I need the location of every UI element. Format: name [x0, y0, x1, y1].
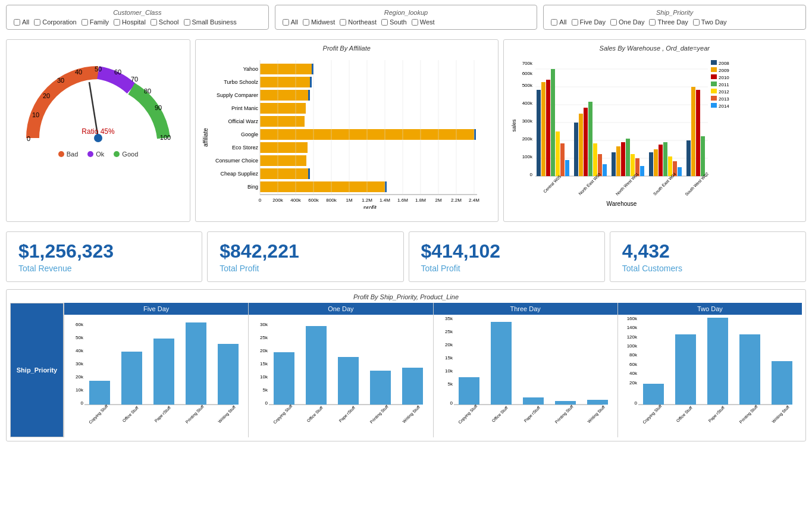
svg-rect-164	[370, 371, 391, 405]
svg-text:20: 20	[43, 92, 50, 99]
customer-class-title: Customer_Class	[14, 9, 261, 16]
three-day-col: Three Day 35k 25k 20k 15k 10k 5k 0	[433, 303, 617, 437]
good-dot	[114, 151, 120, 157]
profit-by-affiliate-chart: Profit By Affiliate affiliate Yahoo Turb…	[195, 39, 499, 222]
svg-rect-165	[402, 368, 423, 405]
svg-text:Office Stuff: Office Stuff	[675, 406, 692, 423]
filter-item-all[interactable]: All	[283, 18, 298, 26]
legend-ok-label: Ok	[96, 151, 104, 158]
filter-item-all[interactable]: All	[551, 18, 566, 26]
customer-class-filter: Customer_Class AllCorporationFamilyHospi…	[6, 5, 269, 30]
bottom-chart-title: Profit By Ship_Priority, Product_Line	[10, 293, 802, 300]
legend-good: Good	[114, 151, 138, 158]
three-day-svg: 35k 25k 20k 15k 10k 5k 0	[436, 317, 612, 433]
ship-priority-title: Ship_Priority	[551, 9, 798, 16]
svg-rect-203	[772, 361, 792, 405]
two-day-chart: 160k 140k 120k 100k 80k 60k 40k 20k 0	[618, 315, 802, 437]
filter-item-south[interactable]: South	[381, 18, 407, 26]
svg-text:90: 90	[155, 104, 162, 111]
svg-rect-129	[686, 140, 691, 176]
svg-rect-181	[523, 397, 544, 405]
kpi-label-3: Total Customers	[622, 264, 794, 273]
filter-item-all[interactable]: All	[14, 18, 29, 26]
filter-item-small-business[interactable]: Small Business	[184, 18, 237, 26]
svg-text:2009: 2009	[719, 68, 729, 73]
svg-text:Writing Stuff: Writing Stuff	[587, 405, 606, 424]
filter-item-five-day[interactable]: Five Day	[572, 18, 606, 26]
svg-rect-79	[711, 103, 717, 108]
svg-text:5k: 5k	[447, 381, 453, 387]
svg-text:2010: 2010	[719, 75, 729, 80]
filter-item-three-day[interactable]: Three Day	[649, 18, 688, 26]
svg-text:Central W05: Central W05	[543, 174, 562, 194]
svg-rect-182	[555, 401, 576, 405]
svg-rect-27	[474, 129, 476, 140]
svg-rect-113	[612, 152, 616, 176]
svg-text:2.2M: 2.2M	[451, 198, 462, 203]
filter-row: Customer_Class AllCorporationFamilyHospi…	[0, 0, 812, 35]
svg-text:20k: 20k	[445, 342, 453, 347]
three-day-header: Three Day	[434, 303, 617, 315]
profit-affiliate-svg: affiliate Yahoo Turbo Schoolz Supply Com…	[200, 54, 480, 209]
svg-text:0: 0	[450, 400, 453, 406]
svg-text:Supply Comparer: Supply Comparer	[217, 92, 258, 98]
svg-rect-109	[593, 143, 597, 176]
svg-text:2008: 2008	[719, 61, 729, 66]
svg-text:100: 100	[160, 134, 171, 141]
svg-rect-146	[186, 322, 206, 405]
legend-good-label: Good	[122, 151, 138, 158]
two-day-col: Two Day 160k 140k 120k 100k 80k 60k 40k …	[617, 303, 802, 437]
svg-text:Writing Stuff: Writing Stuff	[217, 405, 236, 424]
svg-text:200k: 200k	[272, 198, 283, 203]
svg-text:Printing Stuff: Printing Stuff	[738, 405, 758, 425]
filter-item-family[interactable]: Family	[81, 18, 109, 26]
kpi-value-0: $1,256,323	[18, 240, 190, 262]
svg-rect-69	[711, 67, 717, 72]
filter-item-one-day[interactable]: One Day	[610, 18, 644, 26]
svg-rect-75	[711, 89, 717, 93]
five-day-header: Five Day	[64, 303, 248, 315]
svg-rect-100	[551, 69, 555, 176]
svg-text:Warehouse: Warehouse	[606, 201, 637, 207]
filter-item-midwest[interactable]: Midwest	[303, 18, 335, 26]
svg-rect-117	[631, 154, 635, 176]
svg-text:2011: 2011	[719, 82, 729, 87]
svg-text:2.4M: 2.4M	[469, 198, 479, 203]
svg-text:1.6M: 1.6M	[397, 198, 408, 203]
svg-text:Official Warz: Official Warz	[228, 118, 258, 124]
filter-item-school[interactable]: School	[151, 18, 179, 26]
kpi-box-0: $1,256,323Total Revenue	[6, 231, 202, 282]
svg-text:Copying Stuff: Copying Stuff	[457, 404, 478, 425]
svg-rect-24	[260, 116, 305, 127]
filter-item-west[interactable]: West	[412, 18, 435, 26]
svg-text:1.8M: 1.8M	[415, 198, 426, 203]
svg-rect-131	[696, 90, 700, 176]
gauge-legend: Bad Ok Good	[58, 151, 139, 158]
ship-priority-col-label: Ship_Priority	[10, 303, 64, 437]
one-day-chart: 30k 25k 20k 15k 10k 5k 0	[249, 315, 432, 437]
sales-by-warehouse-chart: Sales By Warehouse , Ord_date=year 2008 …	[503, 39, 807, 222]
svg-rect-180	[491, 322, 512, 405]
svg-text:Copying Stuff: Copying Stuff	[88, 404, 109, 425]
bottom-chart-box: Profit By Ship_Priority, Product_Line Sh…	[6, 289, 806, 441]
svg-text:2M: 2M	[435, 198, 441, 203]
filter-item-two-day[interactable]: Two Day	[693, 18, 727, 26]
svg-text:1.2M: 1.2M	[362, 198, 372, 203]
svg-text:Print Manic: Print Manic	[231, 105, 259, 111]
three-day-chart: 35k 25k 20k 15k 10k 5k 0	[434, 315, 617, 437]
kpi-label-1: Total Profit	[220, 264, 391, 273]
svg-text:Cheap Suppliez: Cheap Suppliez	[220, 171, 258, 177]
filter-item-hospital[interactable]: Hospital	[114, 18, 146, 26]
svg-rect-99	[546, 80, 550, 176]
legend-bad-label: Bad	[67, 151, 79, 158]
svg-text:2014: 2014	[719, 104, 729, 109]
svg-text:profit: profit	[363, 205, 377, 209]
svg-text:500k: 500k	[522, 83, 532, 88]
svg-text:2012: 2012	[719, 89, 729, 95]
filter-item-corporation[interactable]: Corporation	[34, 18, 76, 26]
svg-text:30: 30	[57, 77, 64, 84]
filter-item-northeast[interactable]: Northeast	[340, 18, 377, 26]
svg-text:Office Stuff: Office Stuff	[122, 406, 139, 423]
svg-text:Pape rStuff: Pape rStuff	[338, 405, 356, 423]
svg-text:Copying Stuff: Copying Stuff	[272, 404, 293, 425]
